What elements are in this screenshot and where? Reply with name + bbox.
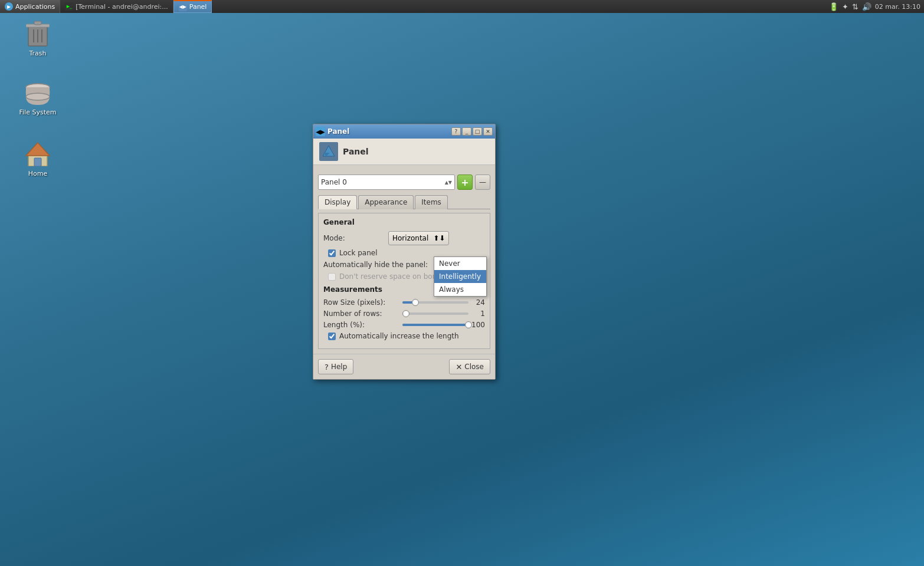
panel-dropdown-arrow: ▲▼ — [445, 180, 452, 185]
dialog-header-title: Panel — [343, 147, 369, 156]
dialog-header-icon — [319, 142, 338, 161]
window-minimize-btn[interactable]: _ — [462, 127, 471, 136]
taskbar: ▶ Applications ▶_ [Terminal - andrei@and… — [0, 0, 924, 13]
terminal-icon: ▶_ — [65, 2, 73, 11]
dialog-footer: ? Help ✕ Close — [313, 354, 495, 379]
panel-icon: ◀▶ — [179, 3, 187, 11]
filesystem-icon-desktop[interactable]: File System — [14, 75, 61, 119]
tabs: Display Appearance Items — [318, 195, 490, 209]
panel-selector-row: Panel 0 ▲▼ + — — [318, 175, 490, 190]
terminal-window-label: [Terminal - andrei@andrei:... — [76, 3, 168, 11]
panel-dialog: ◀▶ Panel ? _ □ ✕ Panel — [313, 124, 496, 380]
length-fill — [402, 324, 468, 326]
trash-icon-desktop[interactable]: Trash — [14, 17, 61, 60]
row-size-thumb — [412, 299, 419, 306]
tab-items[interactable]: Items — [415, 195, 448, 209]
terminal-window-btn[interactable]: ▶_ [Terminal - andrei@andrei:... — [60, 0, 173, 13]
general-section-title: General — [323, 218, 485, 226]
mode-row: Mode: Horizontal ⬆⬇ — [323, 231, 485, 245]
auto-hide-label: Automatically hide the panel: — [323, 261, 428, 269]
dialog-title-text: Panel — [327, 127, 349, 136]
applications-menu[interactable]: ▶ Applications — [0, 0, 60, 13]
bluetooth-icon: ✦ — [842, 2, 848, 11]
auto-increase-row: Automatically increase the length — [328, 332, 485, 340]
mode-arrow: ⬆⬇ — [433, 234, 445, 242]
dialog-titlebar: ◀▶ Panel ? _ □ ✕ — [313, 124, 495, 139]
app-menu-label: Applications — [15, 3, 55, 11]
window-close-btn[interactable]: ✕ — [483, 127, 493, 136]
network-icon: ⇅ — [852, 2, 859, 11]
mode-label: Mode: — [323, 234, 388, 242]
close-icon: ✕ — [456, 363, 462, 371]
row-size-row: Row Size (pixels): 24 — [323, 298, 485, 307]
battery-icon: 🔋 — [829, 2, 838, 11]
trash-label: Trash — [29, 50, 46, 57]
filesystem-label: File System — [19, 108, 57, 116]
number-rows-value: 1 — [471, 310, 485, 318]
tab-appearance[interactable]: Appearance — [358, 195, 414, 209]
lock-panel-checkbox[interactable] — [328, 249, 336, 257]
close-label: Close — [464, 363, 484, 371]
panel-window-label: Panel — [189, 3, 207, 11]
home-icon-desktop[interactable]: Home — [14, 137, 61, 180]
row-size-label: Row Size (pixels): — [323, 298, 400, 307]
lock-panel-label: Lock panel — [339, 249, 377, 257]
dialog-window: ◀▶ Panel ? _ □ ✕ Panel — [313, 124, 496, 380]
lock-panel-row: Lock panel — [328, 249, 485, 257]
add-panel-btn[interactable]: + — [457, 175, 473, 190]
help-button[interactable]: ? Help — [318, 359, 353, 374]
help-icon: ? — [325, 363, 329, 371]
auto-increase-checkbox[interactable] — [328, 333, 336, 340]
datetime: 02 mar. 13:10 — [875, 3, 920, 11]
hide-dropdown-popup: Never Intelligently Always — [434, 256, 487, 297]
row-size-value: 24 — [471, 298, 485, 307]
length-track[interactable] — [402, 324, 468, 326]
length-label: Length (%): — [323, 321, 400, 329]
mode-dropdown[interactable]: Horizontal ⬆⬇ — [388, 231, 449, 245]
panel-selected-text: Panel 0 — [321, 178, 347, 186]
length-thumb — [465, 321, 472, 328]
panel-window-btn[interactable]: ◀▶ Panel — [173, 0, 212, 13]
dialog-header: Panel — [313, 139, 495, 165]
taskbar-right: 🔋 ✦ ⇅ 🔊 02 mar. 13:10 — [825, 0, 924, 13]
app-menu-icon: ▶ — [5, 2, 13, 11]
window-maximize-btn[interactable]: □ — [473, 127, 482, 136]
svg-marker-11 — [26, 143, 50, 156]
dialog-title-icon: ◀▶ — [316, 127, 325, 136]
hide-option-intelligently[interactable]: Intelligently — [434, 270, 486, 283]
no-reserve-checkbox[interactable] — [328, 273, 336, 281]
title-buttons: ? _ □ ✕ — [451, 127, 493, 136]
svg-rect-2 — [34, 21, 41, 25]
title-left: ◀▶ Panel — [316, 127, 349, 136]
svg-marker-13 — [323, 146, 335, 156]
hide-option-always[interactable]: Always — [434, 283, 486, 296]
close-button[interactable]: ✕ Close — [449, 359, 490, 374]
tab-display[interactable]: Display — [318, 195, 357, 209]
volume-icon: 🔊 — [862, 2, 871, 11]
length-row: Length (%): 100 — [323, 321, 485, 329]
taskbar-left: ▶ Applications ▶_ [Terminal - andrei@and… — [0, 0, 212, 13]
number-rows-label: Number of rows: — [323, 310, 400, 318]
svg-rect-12 — [34, 158, 41, 166]
trash-image — [24, 19, 52, 47]
number-rows-row: Number of rows: 1 — [323, 310, 485, 318]
mode-value: Horizontal — [392, 234, 428, 242]
help-label: Help — [331, 363, 347, 371]
number-rows-thumb — [402, 310, 409, 317]
length-value: 100 — [471, 321, 485, 329]
no-reserve-label: Don't reserve space on bord — [339, 272, 440, 281]
filesystem-image — [24, 78, 52, 106]
hide-option-never[interactable]: Never — [434, 257, 486, 270]
number-rows-track[interactable] — [402, 312, 468, 315]
home-label: Home — [28, 170, 47, 177]
window-info-btn[interactable]: ? — [451, 127, 461, 136]
remove-panel-btn[interactable]: — — [475, 175, 490, 190]
auto-increase-label: Automatically increase the length — [339, 332, 459, 340]
row-size-track[interactable] — [402, 301, 468, 304]
svg-point-9 — [26, 93, 50, 100]
panel-dropdown[interactable]: Panel 0 ▲▼ — [318, 175, 455, 190]
home-image — [24, 139, 52, 167]
